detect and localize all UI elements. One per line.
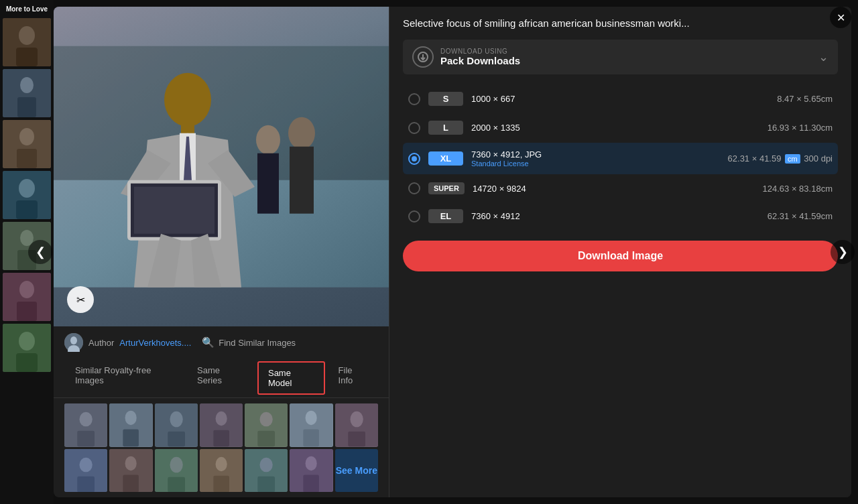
download-panel: Selective focus of smiling african ameri… bbox=[389, 7, 851, 497]
svg-point-10 bbox=[19, 179, 35, 198]
size-badge-el: EL bbox=[428, 209, 463, 223]
modal-body: ✂ Author ArturVerkhovets.... 🔍 Find Simi… bbox=[54, 7, 851, 497]
size-option-el[interactable]: EL 7360 × 4912 62.31 × 41.59cm bbox=[403, 202, 838, 230]
search-icon: 🔍 bbox=[202, 336, 214, 349]
svg-rect-5 bbox=[17, 97, 36, 117]
svg-point-43 bbox=[170, 412, 182, 428]
size-option-l[interactable]: L 2000 × 1335 16.93 × 11.30cm bbox=[403, 114, 838, 141]
close-button[interactable]: ✕ bbox=[830, 7, 851, 28]
thumbnail-item[interactable] bbox=[155, 403, 198, 446]
main-image-content: ✂ bbox=[54, 7, 389, 326]
author-avatar bbox=[64, 333, 83, 352]
size-dims-el: 7360 × 4912 bbox=[471, 211, 759, 221]
thumbnail-item[interactable] bbox=[109, 449, 152, 492]
chevron-down-icon: ⌄ bbox=[818, 50, 829, 64]
find-similar[interactable]: 🔍 Find Similar Images bbox=[202, 336, 296, 349]
svg-rect-68 bbox=[213, 475, 229, 492]
size-option-xl[interactable]: XL 7360 × 4912, JPG Standard License 62.… bbox=[403, 143, 838, 174]
thumbnail-item[interactable] bbox=[109, 403, 152, 446]
size-badge-l: L bbox=[428, 121, 463, 135]
next-arrow[interactable]: ❯ bbox=[831, 240, 855, 264]
modal: ✂ Author ArturVerkhovets.... 🔍 Find Simi… bbox=[54, 7, 851, 497]
svg-point-64 bbox=[170, 456, 182, 472]
svg-point-7 bbox=[19, 128, 34, 145]
sidebar-thumb[interactable] bbox=[3, 324, 51, 372]
author-info: Author ArturVerkhovets.... bbox=[64, 333, 191, 352]
svg-rect-74 bbox=[304, 475, 320, 492]
size-cm-xl: 62.31 × 41.59 cm 300 dpi bbox=[728, 153, 833, 164]
download-using-icon bbox=[412, 46, 434, 68]
radio-el bbox=[408, 210, 420, 223]
svg-point-67 bbox=[215, 456, 227, 470]
svg-point-4 bbox=[20, 77, 34, 93]
sidebar-thumb[interactable] bbox=[3, 18, 51, 66]
svg-rect-44 bbox=[168, 432, 185, 446]
thumbnail-item[interactable] bbox=[200, 449, 243, 492]
svg-rect-65 bbox=[168, 477, 185, 491]
tab-same-series[interactable]: Same Series bbox=[186, 359, 255, 397]
thumbnail-item[interactable] bbox=[64, 403, 107, 446]
svg-rect-53 bbox=[304, 430, 320, 447]
download-image-button[interactable]: Download Image bbox=[403, 241, 838, 271]
tab-same-model[interactable]: Same Model bbox=[257, 361, 325, 395]
svg-point-73 bbox=[306, 456, 317, 470]
size-badge-s: S bbox=[428, 92, 463, 106]
size-dims-super: 14720 × 9824 bbox=[473, 184, 755, 194]
svg-rect-62 bbox=[123, 475, 139, 492]
svg-point-34 bbox=[70, 336, 77, 344]
radio-super bbox=[408, 182, 420, 194]
size-badge-xl: XL bbox=[428, 151, 463, 166]
size-option-s[interactable]: S 1000 × 667 8.47 × 5.65cm bbox=[403, 85, 838, 113]
size-dims-xl: 7360 × 4912, JPG bbox=[471, 149, 542, 160]
thumbnail-item[interactable] bbox=[155, 449, 198, 492]
thumbnail-item[interactable] bbox=[335, 403, 378, 446]
see-more-button[interactable]: See More bbox=[335, 449, 378, 492]
image-panel: ✂ Author ArturVerkhovets.... 🔍 Find Simi… bbox=[54, 7, 389, 497]
svg-point-16 bbox=[19, 281, 34, 298]
size-dims-s: 1000 × 667 bbox=[471, 94, 769, 104]
svg-point-37 bbox=[79, 412, 92, 426]
svg-rect-8 bbox=[17, 149, 37, 168]
size-cm-super: 124.63 × 83.18cm bbox=[763, 184, 833, 194]
size-dims-l: 2000 × 1335 bbox=[471, 123, 759, 133]
thumbnail-item[interactable] bbox=[245, 403, 288, 446]
thumbnail-item[interactable] bbox=[290, 403, 332, 446]
prev-arrow[interactable]: ❮ bbox=[28, 240, 52, 264]
svg-rect-30 bbox=[290, 147, 314, 214]
sidebar-thumb[interactable] bbox=[3, 120, 51, 168]
thumbnails-grid: See More bbox=[54, 398, 389, 497]
tabs-bar: Similar Royalty-free Images Same Series … bbox=[54, 359, 389, 398]
thumbnail-item[interactable] bbox=[200, 403, 243, 446]
see-more-label: See More bbox=[336, 465, 377, 476]
download-using-label: DOWNLOAD USING bbox=[440, 48, 520, 55]
svg-rect-47 bbox=[213, 430, 229, 447]
thumbnail-item[interactable] bbox=[290, 449, 332, 492]
svg-rect-59 bbox=[77, 476, 95, 492]
svg-rect-28 bbox=[134, 187, 214, 234]
author-label: Author bbox=[88, 338, 114, 348]
tab-file-info[interactable]: File Info bbox=[328, 359, 378, 397]
svg-rect-71 bbox=[257, 476, 275, 492]
sidebar-thumb[interactable] bbox=[3, 273, 51, 321]
svg-rect-32 bbox=[257, 153, 279, 214]
sidebar-thumb[interactable] bbox=[3, 171, 51, 219]
radio-s bbox=[408, 93, 420, 105]
svg-rect-50 bbox=[257, 431, 275, 447]
download-using-selector[interactable]: DOWNLOAD USING Pack Downloads ⌄ bbox=[403, 40, 838, 74]
sidebar-thumb[interactable] bbox=[3, 69, 51, 117]
size-cm-s: 8.47 × 5.65cm bbox=[777, 94, 833, 104]
thumbnail-item[interactable] bbox=[64, 449, 107, 492]
svg-point-49 bbox=[260, 412, 273, 426]
size-dims-xl-wrapper: 7360 × 4912, JPG Standard License bbox=[471, 149, 542, 168]
size-option-super[interactable]: SUPER 14720 × 9824 124.63 × 83.18cm bbox=[403, 176, 838, 201]
thumbnail-item[interactable] bbox=[245, 449, 288, 492]
tab-similar-royalty[interactable]: Similar Royalty-free Images bbox=[64, 359, 186, 397]
size-license-xl: Standard License bbox=[471, 160, 542, 168]
svg-point-46 bbox=[215, 412, 227, 426]
svg-rect-11 bbox=[16, 200, 38, 219]
svg-rect-2 bbox=[16, 48, 38, 66]
author-name[interactable]: ArturVerkhovets.... bbox=[119, 338, 191, 348]
svg-point-70 bbox=[260, 458, 273, 472]
svg-rect-56 bbox=[348, 432, 365, 446]
svg-point-1 bbox=[19, 26, 35, 45]
